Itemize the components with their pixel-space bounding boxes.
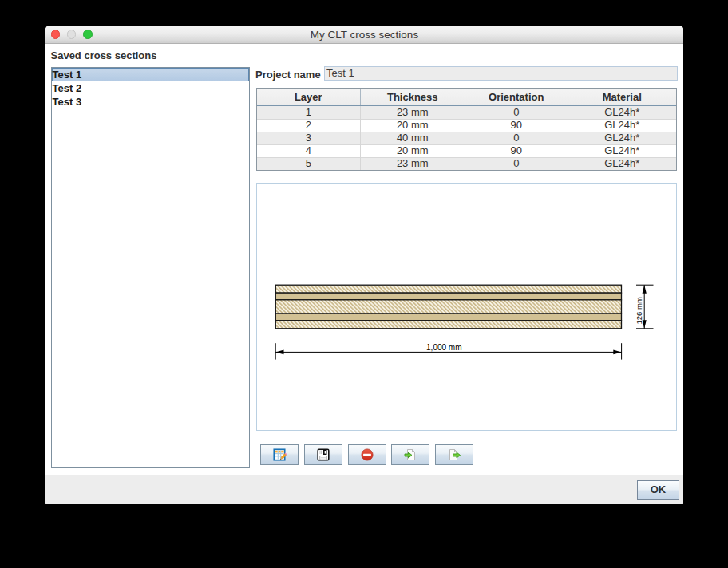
svg-text:126 mm: 126 mm — [635, 297, 643, 324]
svg-text:1,000 mm: 1,000 mm — [426, 343, 461, 352]
